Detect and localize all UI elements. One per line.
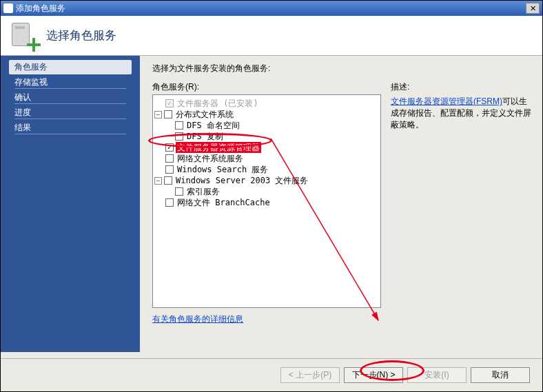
- description-pane: 描述: 文件服务器资源管理器(FSRM)可以生成存储报告、配置配额，并定义文件屏…: [391, 81, 533, 325]
- checkbox-nfs[interactable]: [165, 154, 174, 163]
- checkbox-index-service[interactable]: [175, 187, 183, 196]
- checkbox-winsearch[interactable]: [165, 165, 174, 174]
- tree-node-nfs[interactable]: 网络文件系统服务: [154, 153, 379, 164]
- description-title: 描述:: [391, 81, 533, 93]
- checkbox-dfs-replication[interactable]: [175, 132, 183, 141]
- window-title: 添加角色服务: [16, 3, 65, 14]
- instruction-text: 选择为文件服务安装的角色服务:: [152, 63, 533, 74]
- content-pane: 选择为文件服务安装的角色服务: 角色服务(R): 文件服务器 (已安装) −: [140, 56, 542, 352]
- tree-node-index-service[interactable]: 索引服务: [154, 186, 379, 197]
- fsrm-link[interactable]: 文件服务器资源管理器(FSRM): [391, 96, 502, 106]
- checkbox-branchcache[interactable]: [165, 198, 174, 207]
- app-icon: [3, 3, 13, 13]
- checkbox-dfs-namespace[interactable]: [175, 121, 183, 130]
- next-button[interactable]: 下一步(N) >: [344, 367, 403, 383]
- tree-node-dfs[interactable]: − 分布式文件系统: [154, 109, 379, 120]
- wizard-window: 添加角色服务 ✕ 选择角色服务 角色服务 存储监视 确认 进度 结果 选择为文件…: [0, 0, 543, 392]
- wizard-header: 选择角色服务: [1, 16, 542, 56]
- role-services-tree[interactable]: 文件服务器 (已安装) − 分布式文件系统 DFS 命名空间: [152, 94, 381, 308]
- tree-node-branchcache[interactable]: 网络文件 BranchCache: [154, 197, 379, 208]
- sidebar-item-progress[interactable]: 进度: [1, 105, 140, 120]
- tree-node-ws2003[interactable]: − Windows Server 2003 文件服务: [154, 175, 379, 186]
- server-plus-icon: [10, 21, 39, 50]
- wizard-footer: < 上一步(P) 下一步(N) > 安装(I) 取消: [1, 358, 542, 391]
- checkbox-ws2003[interactable]: [164, 176, 172, 185]
- collapse-icon[interactable]: −: [154, 111, 162, 118]
- checkbox-file-server: [165, 99, 174, 107]
- titlebar: 添加角色服务 ✕: [1, 1, 542, 16]
- sidebar-item-storage-monitor[interactable]: 存储监视: [1, 75, 140, 90]
- tree-node-fsrm[interactable]: 文件服务器资源管理器: [154, 142, 379, 153]
- tree-node-dfs-replication[interactable]: DFS 复制: [154, 131, 379, 142]
- sidebar: 角色服务 存储监视 确认 进度 结果: [1, 56, 140, 352]
- tree-node-dfs-namespace[interactable]: DFS 命名空间: [154, 120, 379, 131]
- tree-label: 角色服务(R):: [152, 81, 381, 93]
- window-buttons: ✕: [526, 3, 540, 14]
- install-button: 安装(I): [407, 367, 467, 383]
- close-button[interactable]: ✕: [526, 3, 540, 14]
- page-title: 选择角色服务: [46, 28, 116, 43]
- collapse-icon[interactable]: −: [154, 177, 162, 185]
- sidebar-item-role-services[interactable]: 角色服务: [1, 60, 140, 74]
- more-info-link[interactable]: 有关角色服务的详细信息: [152, 313, 243, 325]
- prev-button[interactable]: < 上一步(P): [280, 367, 340, 383]
- checkbox-fsrm[interactable]: [165, 143, 174, 152]
- tree-node-file-server: 文件服务器 (已安装): [154, 98, 379, 109]
- tree-node-winsearch[interactable]: Windows Search 服务: [154, 164, 379, 175]
- cancel-button[interactable]: 取消: [471, 367, 530, 383]
- checkbox-dfs[interactable]: [164, 110, 172, 118]
- description-text: 文件服务器资源管理器(FSRM)可以生成存储报告、配置配额，并定义文件屏蔽策略。: [391, 96, 533, 131]
- sidebar-item-result[interactable]: 结果: [1, 121, 140, 135]
- sidebar-item-confirm[interactable]: 确认: [1, 90, 140, 105]
- wizard-body: 角色服务 存储监视 确认 进度 结果 选择为文件服务安装的角色服务: 角色服务(…: [1, 56, 542, 352]
